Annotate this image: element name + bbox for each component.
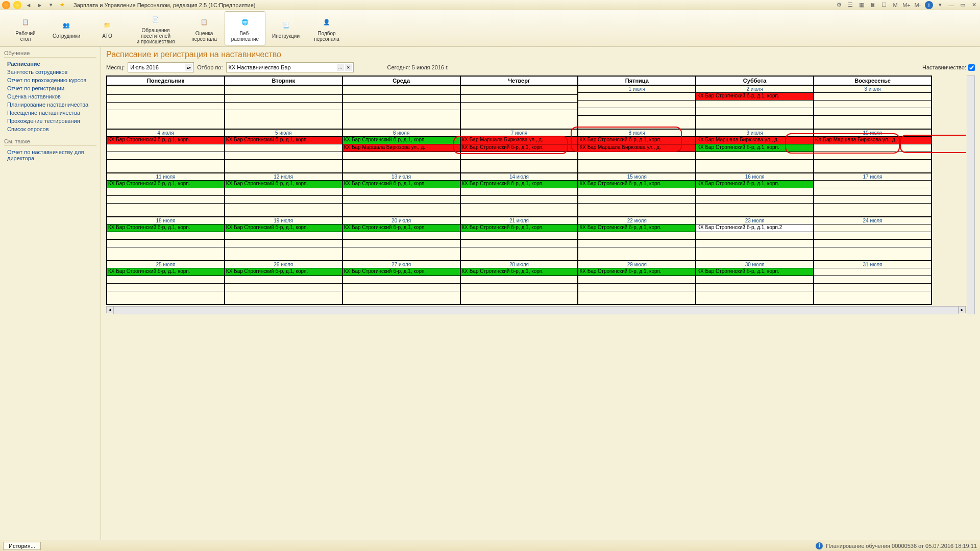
event-slot[interactable]: КХ Бар Маршала Бирюзова ул., д. xyxy=(578,144,695,152)
day-cell[interactable]: 19 июляКХ Бар Строгинский б-р, д.1, корп… xyxy=(225,217,342,261)
day-cell[interactable]: 23 июляКХ Бар Строгинский б-р, д.1, корп… xyxy=(696,217,814,261)
tool-icon-3[interactable]: ▦ xyxy=(857,1,866,9)
toolbar-Веб-расписание[interactable]: 🌐Веб-расписание xyxy=(225,11,265,45)
sidebar-link[interactable]: Отчет по наставничеству для директора xyxy=(4,148,96,162)
tool-icon-2[interactable]: ☰ xyxy=(846,1,854,9)
day-cell[interactable]: 3 июля xyxy=(814,85,932,129)
event-slot[interactable]: КХ Бар Строгинский б-р, д.1, корп. xyxy=(107,136,224,144)
event-slot[interactable]: КХ Бар Строгинский б-р, д.1, корп. xyxy=(225,224,342,232)
event-slot[interactable]: КХ Бар Строгинский б-р, д.1, корп.2 xyxy=(696,224,813,232)
filter-combo[interactable]: КХ Наставничество Бар … ✕ xyxy=(226,62,354,72)
minimize-icon[interactable]: — xyxy=(947,1,955,9)
close-icon[interactable]: ✕ xyxy=(970,1,978,9)
sidebar-link[interactable]: Прохождение тестирования xyxy=(4,117,96,125)
event-slot[interactable]: КХ Бар Маршала Бирюзова ул., д. xyxy=(343,144,460,152)
sidebar-link[interactable]: Отчет по прохождению курсов xyxy=(4,76,96,84)
sidebar-link[interactable]: Оценка наставников xyxy=(4,92,96,101)
day-cell[interactable]: 20 июляКХ Бар Строгинский б-р, д.1, корп… xyxy=(342,217,460,261)
day-cell[interactable]: 25 июляКХ Бар Строгинский б-р, д.1, корп… xyxy=(107,261,225,305)
day-cell[interactable] xyxy=(107,85,225,129)
event-slot[interactable]: КХ Бар Строгинский б-р, д.1, корп. xyxy=(578,136,695,144)
event-slot[interactable]: КХ Бар Строгинский б-р, д.1, корп. xyxy=(343,136,460,144)
event-slot[interactable]: КХ Бар Строгинский б-р, д.1, корп. xyxy=(578,224,695,232)
event-slot[interactable]: КХ Бар Строгинский б-р, д.1, корп. xyxy=(578,268,695,276)
day-cell[interactable]: 31 июля xyxy=(814,261,932,305)
day-cell[interactable]: 22 июляКХ Бар Строгинский б-р, д.1, корп… xyxy=(578,217,696,261)
month-combo[interactable]: Июль 2016 ▴▾ xyxy=(128,62,194,72)
toolbar-Сотрудники[interactable]: 👥Сотрудники xyxy=(46,11,87,45)
info-icon[interactable]: i xyxy=(925,1,933,9)
sidebar-link[interactable]: Посещение наставничества xyxy=(4,109,96,117)
day-cell[interactable]: 24 июля xyxy=(814,217,932,261)
day-cell[interactable]: 1 июля xyxy=(578,85,696,129)
event-slot[interactable]: КХ Бар Маршала Бирюзова ул., д. xyxy=(814,136,931,144)
day-cell[interactable]: 26 июляКХ Бар Строгинский б-р, д.1, корп… xyxy=(225,261,342,305)
sidebar-link[interactable]: Расписание xyxy=(4,60,96,68)
day-cell[interactable] xyxy=(460,85,578,129)
day-cell[interactable]: 2 июляКХ Бар Строгинский б-р, д.1, корп. xyxy=(696,85,814,129)
home-icon[interactable] xyxy=(13,1,21,9)
day-cell[interactable] xyxy=(225,85,342,129)
day-cell[interactable]: 21 июляКХ Бар Строгинский б-р, д.1, корп… xyxy=(460,217,578,261)
event-slot[interactable]: КХ Бар Строгинский б-р, д.1, корп. xyxy=(107,180,224,188)
day-cell[interactable]: 10 июляКХ Бар Маршала Бирюзова ул., д. xyxy=(814,129,932,173)
mem-mminus[interactable]: M- xyxy=(914,1,922,9)
sidebar-link[interactable]: Список опросов xyxy=(4,125,96,133)
tool-icon-1[interactable]: ⚙ xyxy=(835,1,843,9)
toolbar-Инструкции[interactable]: 📃Инструкции xyxy=(265,11,306,45)
day-cell[interactable]: 9 июляКХ Бар Маршала Бирюзова ул., д.КХ … xyxy=(696,129,814,173)
event-slot[interactable]: КХ Бар Строгинский б-р, д.1, корп. xyxy=(107,268,224,276)
forward-icon[interactable]: ► xyxy=(36,1,44,9)
event-slot[interactable]: КХ Бар Строгинский б-р, д.1, корп. xyxy=(696,144,813,152)
history-button[interactable]: История... xyxy=(3,542,41,550)
event-slot[interactable]: КХ Бар Строгинский б-р, д.1, корп. xyxy=(343,224,460,232)
hscroll-left-icon[interactable]: ◄ xyxy=(106,306,113,313)
vscroll[interactable] xyxy=(967,76,975,314)
event-slot[interactable]: КХ Бар Строгинский б-р, д.1, корп. xyxy=(225,136,342,144)
event-slot[interactable]: КХ Бар Строгинский б-р, д.1, корп. xyxy=(696,92,813,100)
day-cell[interactable]: 13 июляКХ Бар Строгинский б-р, д.1, корп… xyxy=(342,173,460,217)
star-icon[interactable]: ★ xyxy=(58,1,66,9)
mem-mplus[interactable]: M+ xyxy=(902,1,911,9)
event-slot[interactable]: КХ Бар Строгинский б-р, д.1, корп. xyxy=(578,180,695,188)
lookup-icon[interactable]: … xyxy=(337,64,344,71)
sidebar-link[interactable]: Планирование наставничества xyxy=(4,101,96,109)
back-icon[interactable]: ◄ xyxy=(24,1,33,9)
day-cell[interactable]: 17 июля xyxy=(814,173,932,217)
day-cell[interactable]: 30 июляКХ Бар Строгинский б-р, д.1, корп… xyxy=(696,261,814,305)
event-slot[interactable]: КХ Бар Строгинский б-р, д.1, корп. xyxy=(107,224,224,232)
day-cell[interactable]: 28 июляКХ Бар Строгинский б-р, д.1, корп… xyxy=(460,261,578,305)
event-slot[interactable]: КХ Бар Строгинский б-р, д.1, корп. xyxy=(343,268,460,276)
day-cell[interactable]: 12 июляКХ Бар Строгинский б-р, д.1, корп… xyxy=(225,173,342,217)
toolbar-Рабочий[interactable]: 📋Рабочийстол xyxy=(5,11,46,45)
day-cell[interactable]: 18 июляКХ Бар Строгинский б-р, д.1, корп… xyxy=(107,217,225,261)
tool-icon-5[interactable]: ☐ xyxy=(880,1,888,9)
day-cell[interactable]: 15 июляКХ Бар Строгинский б-р, д.1, корп… xyxy=(578,173,696,217)
event-slot[interactable]: КХ Бар Маршала Бирюзова ул., д. xyxy=(696,136,813,144)
sidebar-link[interactable]: Занятость сотрудников xyxy=(4,68,96,76)
day-cell[interactable]: 4 июляКХ Бар Строгинский б-р, д.1, корп. xyxy=(107,129,225,173)
maximize-icon[interactable]: ▭ xyxy=(959,1,967,9)
mem-m[interactable]: M xyxy=(891,1,899,9)
event-slot[interactable]: КХ Бар Строгинский б-р, д.1, корп. xyxy=(461,180,578,188)
event-slot[interactable]: КХ Бар Маршала Бирюзова ул., д. xyxy=(461,136,578,144)
settings-icon[interactable]: ▾ xyxy=(936,1,944,9)
day-cell[interactable]: 5 июляКХ Бар Строгинский б-р, д.1, корп. xyxy=(225,129,342,173)
sidebar-link[interactable]: Отчет по регистрации xyxy=(4,84,96,92)
toolbar-Оценка[interactable]: 📋Оценкаперсонала xyxy=(184,11,225,45)
event-slot[interactable]: КХ Бар Строгинский б-р, д.1, корп. xyxy=(225,180,342,188)
toolbar-Обращения посетителей[interactable]: 📄Обращения посетителейи происшествия xyxy=(128,11,184,45)
event-slot[interactable]: КХ Бар Строгинский б-р, д.1, корп. xyxy=(461,224,578,232)
event-slot[interactable]: КХ Бар Строгинский б-р, д.1, корп. xyxy=(225,268,342,276)
day-cell[interactable]: 14 июляКХ Бар Строгинский б-р, д.1, корп… xyxy=(460,173,578,217)
toolbar-Подбор[interactable]: 👤Подборперсонала xyxy=(306,11,347,45)
event-slot[interactable]: КХ Бар Строгинский б-р, д.1, корп. xyxy=(343,180,460,188)
day-cell[interactable]: 11 июляКХ Бар Строгинский б-р, д.1, корп… xyxy=(107,173,225,217)
mentor-checkbox[interactable] xyxy=(968,64,975,71)
toolbar-АТО[interactable]: 📁АТО xyxy=(87,11,128,45)
hscroll-track[interactable] xyxy=(113,306,959,314)
day-cell[interactable]: 16 июляКХ Бар Строгинский б-р, д.1, корп… xyxy=(696,173,814,217)
app-icon[interactable] xyxy=(2,1,10,9)
event-slot[interactable]: КХ Бар Строгинский б-р, д.1, корп. xyxy=(461,268,578,276)
event-slot[interactable]: КХ Бар Строгинский б-р, д.1, корп. xyxy=(696,268,813,276)
